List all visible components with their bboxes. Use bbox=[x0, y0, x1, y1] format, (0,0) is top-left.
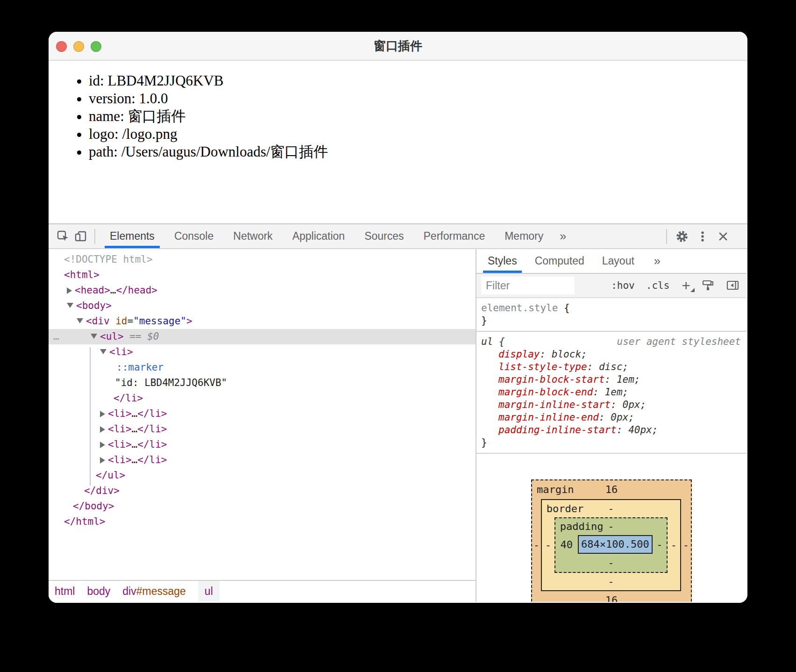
expanded-arrow-icon[interactable] bbox=[100, 349, 107, 354]
collapsed-arrow-icon[interactable] bbox=[100, 442, 105, 448]
page-content: id: LBD4M2JJQ6KVB version: 1.0.0 name: 窗… bbox=[49, 61, 747, 223]
css-declaration[interactable]: margin-block-end: 1em; bbox=[481, 386, 742, 399]
titlebar: 窗口插件 bbox=[49, 32, 747, 61]
tab-performance[interactable]: Performance bbox=[414, 224, 495, 248]
tree-row-html[interactable]: <html> bbox=[49, 267, 476, 283]
tree-row-marker[interactable]: ::marker bbox=[49, 360, 476, 375]
inspect-element-icon[interactable] bbox=[54, 224, 72, 248]
devtools-toolbar: Elements Console Network Application Sou… bbox=[49, 223, 747, 249]
tab-application[interactable]: Application bbox=[283, 224, 355, 248]
list-item: version: 1.0.0 bbox=[89, 90, 747, 107]
border-bottom-value[interactable]: - bbox=[542, 573, 680, 590]
tree-row-body[interactable]: <body> bbox=[49, 298, 476, 314]
settings-gear-icon[interactable] bbox=[672, 224, 692, 248]
styles-rules-list: element.style { } user agent stylesheetu… bbox=[476, 298, 746, 602]
padding-top-value[interactable]: - bbox=[608, 521, 614, 532]
ul-user-agent-rule[interactable]: user agent stylesheetul { display: block… bbox=[476, 332, 746, 453]
list-item: path: /Users/augus/Downloads/窗口插件 bbox=[89, 143, 747, 161]
toolbar-divider bbox=[666, 229, 667, 244]
margin-label: margin bbox=[537, 480, 574, 499]
tree-row-li-close[interactable]: </li> bbox=[49, 391, 476, 406]
tree-row-body-close[interactable]: </body> bbox=[49, 499, 476, 514]
collapsed-arrow-icon[interactable] bbox=[100, 411, 105, 417]
border-left-value[interactable]: - bbox=[542, 517, 554, 573]
styles-sidebar: Styles Computed Layout » :hov .cls + bbox=[476, 249, 746, 602]
collapsed-arrow-icon[interactable] bbox=[100, 457, 105, 464]
tree-row-ul-selected[interactable]: …<ul> == $0 bbox=[49, 329, 476, 344]
breadcrumb: html body div#message ul bbox=[49, 580, 476, 602]
tree-row-head[interactable]: <head>…</head> bbox=[49, 283, 476, 298]
breadcrumb-html[interactable]: html bbox=[55, 581, 75, 602]
box-model-content[interactable]: 684×100.500 bbox=[578, 535, 653, 554]
tab-elements[interactable]: Elements bbox=[100, 224, 164, 248]
margin-right-value[interactable]: - bbox=[681, 499, 691, 591]
padding-right-value[interactable]: - bbox=[653, 535, 667, 554]
more-tabs-icon[interactable]: » bbox=[553, 224, 573, 248]
tab-memory[interactable]: Memory bbox=[495, 224, 553, 248]
css-declaration[interactable]: margin-inline-start: 0px; bbox=[481, 399, 742, 411]
padding-left-value[interactable]: 40 bbox=[555, 535, 578, 554]
styles-tab-bar: Styles Computed Layout » bbox=[476, 249, 746, 274]
tree-row-doctype[interactable]: <!DOCTYPE html> bbox=[49, 252, 476, 267]
tab-console[interactable]: Console bbox=[164, 224, 223, 248]
box-model-margin[interactable]: margin16 - border- - padding- bbox=[531, 479, 692, 602]
app-window: 窗口插件 id: LBD4M2JJQ6KVB version: 1.0.0 na… bbox=[49, 32, 747, 603]
tab-sources[interactable]: Sources bbox=[355, 224, 413, 248]
plugin-info-list: id: LBD4M2JJQ6KVB version: 1.0.0 name: 窗… bbox=[49, 72, 747, 161]
tree-row-li[interactable]: <li>…</li> bbox=[49, 437, 476, 452]
tree-row-li[interactable]: <li>…</li> bbox=[49, 406, 476, 422]
expanded-arrow-icon[interactable] bbox=[77, 318, 83, 323]
css-declaration[interactable]: margin-block-start: 1em; bbox=[481, 373, 742, 386]
collapsed-arrow-icon[interactable] bbox=[67, 287, 72, 294]
element-style-rule[interactable]: element.style { } bbox=[476, 298, 746, 331]
filter-input[interactable] bbox=[481, 277, 575, 294]
dom-tree: <!DOCTYPE html> <html> <head>…</head> <b… bbox=[49, 249, 476, 580]
css-declaration[interactable]: margin-inline-end: 0px; bbox=[481, 411, 742, 424]
border-right-value[interactable]: - bbox=[668, 517, 680, 573]
elements-pane: <!DOCTYPE html> <html> <head>…</head> <b… bbox=[49, 249, 476, 602]
tree-row-li[interactable]: <li>…</li> bbox=[49, 422, 476, 437]
device-toolbar-icon[interactable] bbox=[72, 224, 90, 248]
tree-row-text-node[interactable]: "id: LBD4M2JJQ6KVB" bbox=[49, 375, 476, 391]
box-model-padding[interactable]: padding- 40 684×100.500 - - bbox=[554, 517, 668, 573]
padding-bottom-value[interactable]: - bbox=[555, 554, 667, 572]
margin-left-value[interactable]: - bbox=[532, 499, 541, 591]
toolbar-divider bbox=[94, 229, 95, 244]
collapsed-arrow-icon[interactable] bbox=[100, 426, 105, 433]
window-title: 窗口插件 bbox=[49, 32, 747, 60]
breadcrumb-body[interactable]: body bbox=[87, 581, 110, 602]
css-declaration[interactable]: padding-inline-start: 40px; bbox=[481, 424, 742, 436]
kebab-menu-icon[interactable] bbox=[692, 224, 713, 248]
tab-layout[interactable]: Layout bbox=[597, 249, 639, 273]
stylesheet-origin: user agent stylesheet bbox=[617, 336, 742, 348]
tree-row-html-close[interactable]: </html> bbox=[49, 514, 476, 529]
close-devtools-icon[interactable] bbox=[713, 224, 733, 248]
tab-computed[interactable]: Computed bbox=[530, 249, 589, 273]
styles-filter-bar: :hov .cls + bbox=[476, 274, 746, 298]
new-style-rule-icon[interactable]: + bbox=[682, 278, 690, 293]
show-computed-sidebar-icon[interactable] bbox=[726, 279, 740, 292]
css-declaration[interactable]: display: block; bbox=[481, 348, 742, 361]
tab-styles[interactable]: Styles bbox=[483, 249, 522, 273]
node-options-dots[interactable]: … bbox=[53, 329, 61, 344]
breadcrumb-div-message[interactable]: div#message bbox=[122, 581, 186, 602]
box-model-border[interactable]: border- - padding- 40 684×100.500 bbox=[541, 499, 681, 591]
tree-row-div-message[interactable]: <div id="message"> bbox=[49, 314, 476, 329]
expanded-arrow-icon[interactable] bbox=[91, 334, 97, 339]
tab-network[interactable]: Network bbox=[223, 224, 282, 248]
tree-row-ul-close[interactable]: </ul> bbox=[49, 468, 476, 483]
css-declaration[interactable]: list-style-type: disc; bbox=[481, 361, 742, 373]
tree-row-li[interactable]: <li> bbox=[49, 344, 476, 360]
expanded-arrow-icon[interactable] bbox=[67, 303, 73, 308]
toggle-pseudo-state-button[interactable]: :hov bbox=[611, 280, 635, 291]
border-top-value[interactable]: - bbox=[608, 503, 614, 515]
breadcrumb-ul[interactable]: ul bbox=[198, 581, 220, 602]
tree-row-li[interactable]: <li>…</li> bbox=[49, 452, 476, 468]
more-sidebar-tabs-icon[interactable]: » bbox=[647, 249, 667, 273]
tree-row-div-close[interactable]: </div> bbox=[49, 483, 476, 499]
margin-top-value[interactable]: 16 bbox=[605, 484, 618, 495]
toggle-class-button[interactable]: .cls bbox=[646, 280, 670, 291]
rule-divider bbox=[476, 453, 746, 454]
rendering-emulation-icon[interactable] bbox=[702, 279, 715, 292]
margin-bottom-value[interactable]: 16 bbox=[532, 591, 691, 602]
